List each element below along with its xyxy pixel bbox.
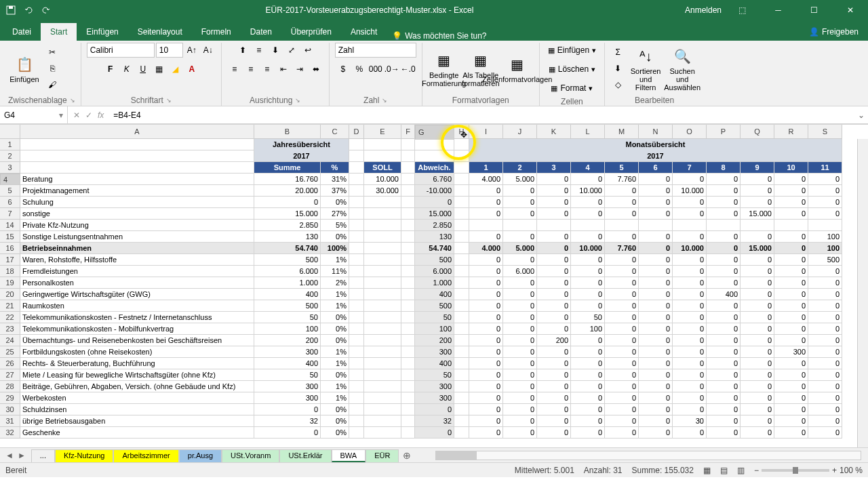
col-header-O[interactable]: O xyxy=(673,125,707,139)
font-launcher[interactable]: ↘ xyxy=(166,97,172,104)
cell[interactable]: 0 xyxy=(774,185,808,197)
cell[interactable] xyxy=(401,197,415,208)
cell[interactable]: 0 xyxy=(808,358,842,369)
cell[interactable]: 7.760 xyxy=(605,174,639,185)
cell[interactable]: 0 xyxy=(605,300,639,312)
cell[interactable]: 0 xyxy=(639,335,673,346)
col-header-D[interactable]: D xyxy=(349,125,364,139)
cell[interactable] xyxy=(349,150,364,162)
cell[interactable]: 0 xyxy=(605,335,639,346)
decrease-font-icon[interactable]: A↓ xyxy=(201,43,216,58)
row-header-20[interactable]: 20 xyxy=(0,289,20,300)
share-button[interactable]: 👤 Freigeben xyxy=(800,23,868,41)
cell[interactable]: Übernachtungs- und Reisenebenkosten bei … xyxy=(20,335,254,346)
cell[interactable]: 6.000 xyxy=(415,266,454,277)
cell[interactable]: 0 xyxy=(707,243,741,254)
tab-seitenlayout[interactable]: Seitenlayout xyxy=(128,23,192,41)
cell[interactable]: 0 xyxy=(774,358,808,369)
cell[interactable]: 0 xyxy=(808,266,842,277)
cell[interactable] xyxy=(349,335,364,346)
cell[interactable]: 0 xyxy=(537,381,571,392)
cell[interactable] xyxy=(364,231,401,243)
cell[interactable] xyxy=(20,150,254,162)
cell[interactable]: übrige Betriebsausgaben xyxy=(20,415,254,427)
cell[interactable]: 0 xyxy=(571,266,605,277)
clipboard-launcher[interactable]: ↘ xyxy=(70,97,75,104)
cell[interactable]: Fremdleistungen xyxy=(20,266,254,277)
cell[interactable]: 0 xyxy=(605,266,639,277)
cell[interactable]: 0 xyxy=(254,197,321,208)
cell[interactable]: 0 xyxy=(741,323,774,335)
cell[interactable]: 1.000 xyxy=(415,277,454,289)
cell[interactable]: 0 xyxy=(571,335,605,346)
cell[interactable] xyxy=(349,266,364,277)
cell[interactable]: 0 xyxy=(571,197,605,208)
cell[interactable]: 0 xyxy=(571,369,605,381)
cell[interactable] xyxy=(20,162,254,174)
cell[interactable] xyxy=(454,392,469,404)
cell[interactable]: 0 xyxy=(537,392,571,404)
merge-icon[interactable]: ⬌ xyxy=(309,62,323,77)
sheet-tab[interactable]: Arbeitszimmer xyxy=(113,449,178,462)
formula-input[interactable]: =B4-E4 xyxy=(109,110,854,120)
cell[interactable]: 0 xyxy=(808,335,842,346)
row-header-29[interactable]: 29 xyxy=(0,392,20,404)
zoom-out-icon[interactable]: − xyxy=(754,466,759,475)
cell[interactable]: 0 xyxy=(808,277,842,289)
cell[interactable] xyxy=(401,220,415,231)
cell[interactable] xyxy=(401,266,415,277)
cell[interactable] xyxy=(349,174,364,185)
cell[interactable]: 0 xyxy=(469,381,503,392)
cell[interactable]: 4.000 xyxy=(469,174,503,185)
cell[interactable]: 0 xyxy=(469,231,503,243)
cell[interactable]: 9 xyxy=(741,162,774,174)
col-header-I[interactable]: I xyxy=(469,125,503,139)
cell[interactable]: 1.000 xyxy=(254,277,321,289)
cell[interactable] xyxy=(349,185,364,197)
cell[interactable]: 1 xyxy=(469,162,503,174)
cell[interactable]: 50 xyxy=(571,312,605,323)
cell[interactable]: 0 xyxy=(774,427,808,439)
cell[interactable]: 10.000 xyxy=(364,174,401,185)
cell[interactable]: 0 xyxy=(808,185,842,197)
enter-formula-icon[interactable]: ✓ xyxy=(85,110,92,120)
sheet-tab[interactable]: Kfz-Nutzung xyxy=(55,449,114,462)
cell[interactable] xyxy=(454,335,469,346)
cell[interactable] xyxy=(401,185,415,197)
cell[interactable]: 0 xyxy=(639,381,673,392)
cell[interactable] xyxy=(349,381,364,392)
col-header-R[interactable]: R xyxy=(774,125,808,139)
cell[interactable]: 0 xyxy=(503,254,537,266)
row-header-17[interactable]: 17 xyxy=(0,254,20,266)
cell[interactable]: % xyxy=(321,162,349,174)
cell[interactable] xyxy=(454,346,469,358)
cell[interactable]: 2% xyxy=(321,277,349,289)
cell[interactable]: 5 xyxy=(605,162,639,174)
cell[interactable]: 0 xyxy=(571,300,605,312)
sheet-tab[interactable]: BWA xyxy=(332,449,366,462)
cell[interactable]: 4 xyxy=(571,162,605,174)
cell[interactable] xyxy=(639,220,673,231)
cell[interactable]: 0 xyxy=(774,208,808,220)
redo-icon[interactable] xyxy=(38,2,54,18)
cell[interactable]: 0 xyxy=(741,312,774,323)
cell[interactable]: 0 xyxy=(774,335,808,346)
font-name-select[interactable]: Calibri xyxy=(87,43,155,58)
cell[interactable]: Beiträge, Gebühren, Abgaben, Versich. (o… xyxy=(20,381,254,392)
cell[interactable]: 0 xyxy=(503,312,537,323)
cell[interactable]: 2017 xyxy=(469,150,842,162)
cell[interactable]: 50 xyxy=(415,369,454,381)
cell[interactable] xyxy=(349,162,364,174)
cell[interactable]: 0 xyxy=(537,185,571,197)
paste-button[interactable]: 📋Einfügen xyxy=(8,45,41,92)
cell[interactable]: 37% xyxy=(321,185,349,197)
cell[interactable]: 6 xyxy=(639,162,673,174)
cell[interactable]: Miete / Leasing für bewegliche Wirtschaf… xyxy=(20,369,254,381)
cell[interactable] xyxy=(349,208,364,220)
cell[interactable]: Abweich. xyxy=(415,162,454,174)
cell[interactable] xyxy=(364,300,401,312)
cell[interactable]: 0 xyxy=(605,197,639,208)
cell[interactable]: 0 xyxy=(469,197,503,208)
underline-button[interactable]: U xyxy=(136,62,151,77)
cell[interactable]: 0 xyxy=(808,300,842,312)
